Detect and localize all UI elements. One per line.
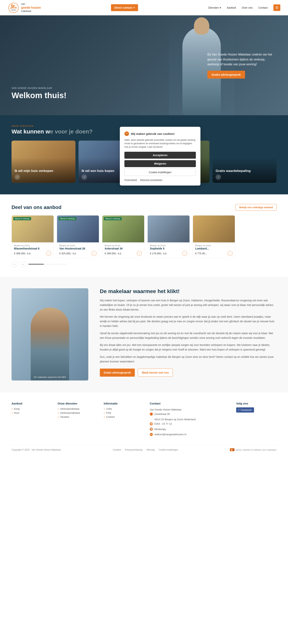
property-card[interactable]: Nieuw in verkoop Bergen op Zoom Asterstr… — [102, 215, 144, 258]
carousel-progress-bar — [28, 264, 44, 264]
property-location: Bergen op Zoom — [150, 244, 187, 246]
carousel-next-button[interactable]: › — [20, 261, 26, 267]
footer-link-huur[interactable]: Huur — [14, 412, 20, 414]
property-card[interactable]: Bergen op Zoom Lombard... € 775.00... › — [193, 215, 235, 258]
card-title: Ik wil een huis kopen — [82, 169, 114, 173]
contact-whatsapp[interactable]: WhatsApp — [154, 427, 166, 432]
hero-label: VAN GOEDE HUIZEN MAKELAAR — [12, 87, 66, 90]
footer-cookies-link[interactable]: Cookies — [113, 448, 121, 451]
property-image: Nieuw in verkoop — [12, 216, 54, 242]
privacy-link[interactable]: Privacybeleid — [124, 178, 137, 181]
footer-col-diensten: Onze diensten Verkoopmakelaar Aankoopmak… — [58, 402, 98, 437]
property-name: Dopheide 5 — [150, 247, 187, 250]
about-cta-primary-button[interactable]: Gratis adviesgesprek — [100, 368, 135, 377]
direct-contact-button[interactable]: Direct contact — [111, 4, 138, 11]
list-item: Koop — [12, 407, 52, 410]
card-arrow-button[interactable]: − — [82, 174, 87, 180]
property-card[interactable]: Nieuw in verkoop Bergen op Zoom Blauweha… — [12, 215, 54, 258]
property-arrow-button[interactable]: › — [228, 251, 232, 256]
footer-sitemap-link[interactable]: Sitemap — [146, 448, 155, 451]
list-item: Links — [104, 407, 144, 410]
svg-text:huizen: huizen — [11, 9, 16, 11]
about-image: De makelaar waarmee het klikt! — [12, 288, 88, 380]
property-image — [193, 216, 235, 242]
footer-link-aankoopmakelaar[interactable]: Aankoopmakelaar — [60, 412, 80, 414]
property-info: Bergen op Zoom Van Houtenstraat 26 € 325… — [57, 242, 99, 258]
property-price: € 325.000,- k.k. — [59, 252, 76, 255]
property-location: Bergen op Zoom — [59, 244, 96, 246]
footer-privacy-link[interactable]: Privacyverklaring — [125, 448, 142, 451]
whatsapp-icon: 💬 — [150, 428, 153, 430]
footer-link-taxaties[interactable]: Taxaties — [60, 416, 69, 418]
footer-grid: Aanbod Koop Huur Onze diensten Verkoopma… — [12, 402, 276, 437]
card-arrow-button[interactable]: − — [216, 174, 221, 180]
footer-diensten-list: Verkoopmakelaar Aankoopmakelaar Taxaties — [58, 407, 98, 418]
footer-contact-info: Van Goede Huizen Makelaar 📍 Zandstraat 3… — [150, 407, 230, 436]
service-card-4[interactable]: Gratis waardebepaling − — [212, 140, 276, 183]
property-price: € 179.000,- k.k. — [150, 252, 167, 255]
contact-email[interactable]: welkom@vangoedehuizen.nl — [154, 432, 186, 436]
cookie-refuse-button[interactable]: Weigeren — [124, 160, 196, 167]
property-image — [148, 216, 190, 242]
cookie-banner: 🍪 Wij maken gebruik van cookies! Hallo, … — [120, 127, 200, 186]
property-price: € 399.000,- k.k. — [14, 252, 31, 255]
list-item: Contact — [104, 416, 144, 418]
hamburger-button[interactable]: ☰ — [274, 4, 280, 11]
property-arrow-button[interactable]: › — [92, 251, 96, 256]
property-card[interactable]: Bergen op Zoom Dopheide 5 € 179.000,- k.… — [148, 215, 190, 258]
aanbod-section: Deel van ons aanbod Bekijk ons volledige… — [0, 194, 288, 277]
nav-over-ons[interactable]: Over ons — [242, 6, 253, 9]
card-content: Gratis waardebepaling − — [216, 169, 250, 180]
footer-diensten-title: Onze diensten — [58, 402, 98, 405]
cookie-settings-button[interactable]: Cookie-instellingen — [124, 169, 196, 176]
footer-link-contact[interactable]: Contact — [106, 416, 115, 418]
about-actions: Gratis adviesgesprek Maak kennis met ons — [100, 368, 276, 377]
copyright: Copyright © 2025 - Van Goede Huizen Make… — [12, 448, 61, 451]
footer-col-contact: Contact Van Goede Huizen Makelaar 📍 Zand… — [150, 402, 230, 437]
carousel-prev-button[interactable]: ‹ — [12, 261, 18, 267]
property-info: Bergen op Zoom Lombard... € 775.00... › — [193, 242, 235, 258]
terms-link[interactable]: Algemene voorwaarden — [140, 178, 162, 181]
contact-phone[interactable]: 0164 - 23 77 13 — [154, 422, 172, 426]
phone-icon: ☎ — [150, 422, 153, 426]
footer-link-links[interactable]: Links — [106, 407, 112, 410]
property-price-row: € 325.000,- k.k. › — [59, 251, 96, 256]
hero-cta-button[interactable]: Gratis adviesgesprek — [207, 71, 245, 78]
about-cta-secondary-button[interactable]: Maak kennis met ons — [138, 368, 173, 377]
footer-link-koop[interactable]: Koop — [14, 407, 20, 410]
property-arrow-button[interactable]: › — [182, 251, 187, 256]
property-arrow-button[interactable]: › — [46, 251, 51, 256]
footer-link-verkoopmakelaar[interactable]: Verkoopmakelaar — [60, 407, 80, 410]
property-image: Nieuw in verkoop — [102, 216, 144, 242]
footer-link-faq[interactable]: FAQ — [106, 412, 111, 414]
about-paragraph-3: Vanaf de eerste uitgebreide kennismaking… — [100, 331, 276, 340]
view-all-button[interactable]: Bekijk ons volledige aanbod — [236, 204, 276, 211]
property-badge: Nieuw in verkoop — [13, 217, 31, 220]
cookie-icon: 🍪 — [124, 131, 129, 136]
property-price: € 775.00... — [195, 252, 207, 255]
property-arrow-button[interactable]: › — [137, 251, 142, 256]
cookie-header: 🍪 Wij maken gebruik van cookies! — [124, 131, 196, 136]
property-card[interactable]: Nieuw in verkoop Bergen op Zoom Van Hout… — [57, 215, 99, 258]
about-person-silhouette — [31, 308, 69, 380]
hero-content-left: VAN GOEDE HUIZEN MAKELAAR Welkom thuis! — [12, 87, 66, 100]
contact-address2: 4614 CK Bergen op Zoom Nederland — [150, 417, 230, 422]
footer-info-title: Informatie — [104, 402, 144, 405]
footer-col-social: Volg ons f Facebook — [236, 402, 276, 437]
property-info: Bergen op Zoom Asterstraat 34 € 299.000,… — [102, 242, 144, 258]
nav-aanbod[interactable]: Aanbod — [227, 6, 236, 9]
cookie-accept-button[interactable]: Accepteren — [124, 152, 196, 159]
facebook-link[interactable]: f Facebook — [236, 407, 254, 412]
footer-info-list: Links FAQ Contact — [104, 407, 144, 418]
nav-diensten[interactable]: Diensten ▾ — [208, 6, 221, 9]
hero-title: Welkom thuis! — [12, 91, 66, 100]
about-section: De makelaar waarmee het klikt! De makela… — [0, 277, 288, 392]
footer-cookie-settings-link[interactable]: Cookie-instellingen — [158, 448, 178, 451]
nav-contact[interactable]: Contact — [258, 6, 268, 9]
property-name: Lombard... — [195, 247, 232, 250]
card-arrow-button[interactable]: − — [14, 174, 20, 180]
service-card-1[interactable]: Ik wil mijn huis verkopen − — [12, 140, 76, 183]
hero-description: Bij Van Goede Huizen Makelaar creëren we… — [207, 52, 276, 67]
contact-company: Van Goede Huizen Makelaar — [150, 407, 230, 412]
person-head — [194, 17, 209, 34]
